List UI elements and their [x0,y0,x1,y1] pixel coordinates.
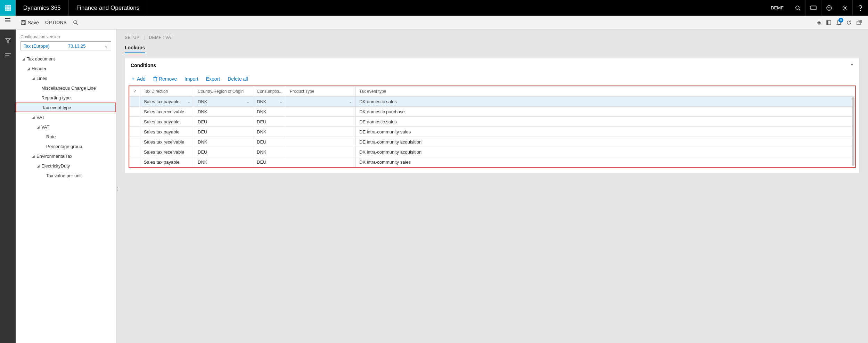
settings-icon[interactable] [837,0,852,16]
tree-lines[interactable]: ◢Lines [16,73,116,83]
search-icon[interactable] [790,0,805,16]
remove-button[interactable]: Remove [153,76,177,82]
company-picker[interactable]: DEMF [764,5,790,10]
tree-vat-sub[interactable]: ◢VAT [16,122,116,132]
table-row[interactable]: Sales tax receivableDNKDNKDK domestic pu… [130,107,855,117]
tree-vat[interactable]: ◢VAT [16,112,116,122]
nav-toggle-button[interactable] [5,20,10,21]
panel-resize-handle[interactable]: ⋮ [115,186,120,192]
svg-line-1 [799,9,800,10]
tree-reporting-type[interactable]: Reporting type [16,93,116,103]
tree-pct-group[interactable]: Percentage group [16,141,116,151]
row-selector[interactable] [130,157,140,167]
col-product-type[interactable]: Product Type [286,87,356,97]
tree-electricity-duty[interactable]: ◢ElectricityDuty [16,161,116,171]
cell-consumption[interactable]: DNK [253,107,286,117]
cell-product_type[interactable] [286,137,356,147]
task-recorder-icon[interactable] [805,0,821,16]
cell-tax_event[interactable]: DE intra-community sales [356,127,855,137]
tree-misc-charge[interactable]: Miscellaneous Charge Line [16,83,116,93]
table-row[interactable]: Sales tax payableDEUDNKDE intra-communit… [130,127,855,137]
config-version-select[interactable]: Tax (Europe) 73.13.25 ⌄ [21,41,111,50]
cell-country[interactable]: DEU [194,147,253,157]
cell-product_type[interactable] [286,147,356,157]
cell-consumption[interactable]: DNK [253,127,286,137]
options-button[interactable]: OPTIONS [45,20,67,25]
add-button[interactable]: ＋Add [131,76,146,82]
list-icon[interactable] [5,53,11,57]
cell-tax_direction[interactable]: Sales tax payable [140,117,194,127]
col-consumption[interactable]: Consumptio... [253,87,286,97]
col-country[interactable]: Country/Region of Origin [194,87,253,97]
filter-icon[interactable] [5,38,11,43]
cell-consumption[interactable]: DNK⌄ [253,97,286,107]
table-row[interactable]: Sales tax payable⌄DNK⌄DNK⌄⌄DK domestic s… [130,97,855,107]
cell-product_type[interactable]: ⌄ [286,97,356,107]
cell-tax_event[interactable]: DK domestic purchase [356,107,855,117]
tab-lookups[interactable]: Lookups [125,45,145,53]
action-search-button[interactable] [73,20,78,25]
cell-consumption[interactable]: DEU [253,137,286,147]
app-launcher-button[interactable] [0,0,16,16]
table-row[interactable]: Sales tax receivableDNKDEUDE intra-commu… [130,137,855,147]
export-button[interactable]: Export [206,76,220,82]
cell-country[interactable]: DNK [194,157,253,167]
row-selector[interactable] [130,127,140,137]
cell-country[interactable]: DEU [194,117,253,127]
row-selector[interactable] [130,147,140,157]
row-selector[interactable] [130,117,140,127]
cell-country[interactable]: DNK [194,137,253,147]
row-selector[interactable] [130,137,140,147]
cell-product_type[interactable] [286,117,356,127]
cell-tax_event[interactable]: DK intra-community sales [356,157,855,167]
select-all-header[interactable]: ✓ [130,87,140,97]
cell-country[interactable]: DEU [194,127,253,137]
cell-tax_event[interactable]: DK intra-community acquisition [356,147,855,157]
tree-tax-event-type[interactable]: Tax event type [16,103,116,112]
chevron-up-icon: ⌃ [850,63,854,68]
office-icon[interactable] [826,20,832,25]
delete-all-button[interactable]: Delete all [228,76,248,82]
cell-country[interactable]: DNK⌄ [194,97,253,107]
attachments-icon[interactable]: ◈ [817,19,821,26]
cell-consumption[interactable]: DNK [253,147,286,157]
cell-tax_direction[interactable]: Sales tax payable⌄ [140,97,194,107]
import-button[interactable]: Import [185,76,198,82]
tree-tax-document[interactable]: ◢Tax document [16,54,116,64]
cell-consumption[interactable]: DEU [253,157,286,167]
cell-tax_direction[interactable]: Sales tax payable [140,127,194,137]
chevron-down-icon: ⌄ [104,43,108,49]
tree-environmental-tax[interactable]: ◢EnvironmentalTax [16,151,116,161]
cell-tax_event[interactable]: DE domestic sales [356,117,855,127]
cell-product_type[interactable] [286,157,356,167]
cell-product_type[interactable] [286,127,356,137]
grid-scrollbar[interactable] [852,97,854,166]
popout-icon[interactable] [857,20,862,25]
cell-tax_event[interactable]: DK domestic sales [356,97,855,107]
help-icon[interactable] [852,0,868,16]
cell-tax_event[interactable]: DE intra-community acquisition [356,137,855,147]
notifications-icon[interactable]: 0 [836,20,841,25]
cell-tax_direction[interactable]: Sales tax receivable [140,137,194,147]
cell-country[interactable]: DNK [194,107,253,117]
cell-tax_direction[interactable]: Sales tax receivable [140,147,194,157]
cell-tax_direction[interactable]: Sales tax receivable [140,107,194,117]
cell-product_type[interactable] [286,107,356,117]
col-tax-direction[interactable]: Tax Direction [140,87,194,97]
content-area: ⋮ SETUP | DEMF : VAT Lookups Conditions … [116,30,868,343]
table-row[interactable]: Sales tax payableDEUDEUDE domestic sales [130,117,855,127]
conditions-header[interactable]: Conditions ⌃ [125,58,859,72]
row-selector[interactable] [130,97,140,107]
cell-tax_direction[interactable]: Sales tax payable [140,157,194,167]
cell-consumption[interactable]: DEU [253,117,286,127]
tree-tax-per-unit[interactable]: Tax value per unit [16,171,116,180]
save-button[interactable]: Save [21,20,39,25]
feedback-icon[interactable] [821,0,837,16]
tree-rate[interactable]: Rate [16,132,116,141]
refresh-icon[interactable] [846,20,852,25]
tree-header[interactable]: ◢Header [16,64,116,73]
table-row[interactable]: Sales tax payableDNKDEUDK intra-communit… [130,157,855,167]
row-selector[interactable] [130,107,140,117]
table-row[interactable]: Sales tax receivableDEUDNKDK intra-commu… [130,147,855,157]
col-tax-event[interactable]: Tax event type [356,87,855,97]
